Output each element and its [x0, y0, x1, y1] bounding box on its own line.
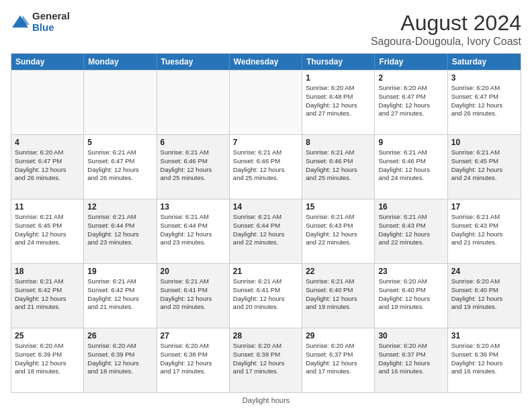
cal-row-1: 4Sunrise: 6:20 AM Sunset: 6:47 PM Daylig… — [11, 134, 521, 199]
cal-cell-3-4: 22Sunrise: 6:21 AM Sunset: 6:40 PM Dayli… — [302, 264, 375, 328]
day-number-2-6: 17 — [451, 202, 517, 212]
day-number-1-6: 10 — [451, 138, 517, 147]
cal-row-4: 25Sunrise: 6:20 AM Sunset: 6:39 PM Dayli… — [11, 328, 521, 392]
cal-cell-1-6: 10Sunrise: 6:21 AM Sunset: 6:45 PM Dayli… — [448, 135, 521, 199]
cal-cell-0-4: 1Sunrise: 6:20 AM Sunset: 6:48 PM Daylig… — [302, 71, 375, 134]
day-info-1-4: Sunrise: 6:21 AM Sunset: 6:46 PM Dayligh… — [306, 148, 371, 183]
cal-cell-3-5: 23Sunrise: 6:20 AM Sunset: 6:40 PM Dayli… — [375, 264, 447, 328]
cal-cell-4-5: 30Sunrise: 6:20 AM Sunset: 6:37 PM Dayli… — [375, 328, 447, 392]
day-info-4-4: Sunrise: 6:20 AM Sunset: 6:37 PM Dayligh… — [306, 342, 371, 376]
calendar: Sunday Monday Tuesday Wednesday Thursday… — [11, 53, 521, 393]
header-wednesday: Wednesday — [230, 54, 302, 70]
cal-cell-1-2: 6Sunrise: 6:21 AM Sunset: 6:46 PM Daylig… — [157, 135, 230, 199]
title-section: August 2024 Sagoura-Dougoula, Ivory Coas… — [371, 11, 521, 48]
day-info-1-5: Sunrise: 6:21 AM Sunset: 6:46 PM Dayligh… — [378, 148, 443, 183]
day-info-4-2: Sunrise: 6:20 AM Sunset: 6:38 PM Dayligh… — [161, 342, 226, 376]
day-info-2-5: Sunrise: 6:21 AM Sunset: 6:43 PM Dayligh… — [378, 213, 443, 247]
day-info-0-4: Sunrise: 6:20 AM Sunset: 6:48 PM Dayligh… — [306, 84, 371, 118]
day-info-3-3: Sunrise: 6:21 AM Sunset: 6:41 PM Dayligh… — [233, 277, 298, 312]
day-info-1-2: Sunrise: 6:21 AM Sunset: 6:46 PM Dayligh… — [161, 148, 226, 183]
header-monday: Monday — [84, 54, 157, 70]
day-info-0-6: Sunrise: 6:20 AM Sunset: 6:47 PM Dayligh… — [451, 84, 517, 118]
day-info-2-4: Sunrise: 6:21 AM Sunset: 6:43 PM Dayligh… — [306, 213, 371, 247]
footer-text: Daylight hours — [242, 396, 290, 404]
day-number-4-1: 26 — [87, 331, 152, 340]
day-number-0-4: 1 — [306, 73, 371, 83]
day-info-1-1: Sunrise: 6:21 AM Sunset: 6:47 PM Dayligh… — [87, 148, 152, 183]
header-saturday: Saturday — [448, 54, 521, 70]
day-number-1-4: 8 — [306, 138, 371, 147]
header-sunday: Sunday — [11, 54, 84, 70]
cal-cell-0-0 — [11, 71, 84, 134]
cal-cell-4-6: 31Sunrise: 6:20 AM Sunset: 6:36 PM Dayli… — [448, 328, 521, 392]
day-info-0-5: Sunrise: 6:20 AM Sunset: 6:47 PM Dayligh… — [378, 84, 443, 118]
cal-cell-0-5: 2Sunrise: 6:20 AM Sunset: 6:47 PM Daylig… — [375, 71, 447, 134]
calendar-header: Sunday Monday Tuesday Wednesday Thursday… — [11, 54, 521, 70]
day-number-1-0: 4 — [15, 138, 80, 147]
day-number-2-3: 14 — [233, 202, 298, 212]
day-number-3-0: 18 — [15, 267, 80, 276]
day-info-1-3: Sunrise: 6:21 AM Sunset: 6:46 PM Dayligh… — [233, 148, 298, 183]
cal-cell-3-2: 20Sunrise: 6:21 AM Sunset: 6:41 PM Dayli… — [157, 264, 230, 328]
cal-cell-1-4: 8Sunrise: 6:21 AM Sunset: 6:46 PM Daylig… — [302, 135, 375, 199]
cal-cell-3-3: 21Sunrise: 6:21 AM Sunset: 6:41 PM Dayli… — [230, 264, 302, 328]
cal-cell-1-0: 4Sunrise: 6:20 AM Sunset: 6:47 PM Daylig… — [11, 135, 84, 199]
logo-text: General Blue — [32, 11, 70, 33]
day-number-2-5: 16 — [378, 202, 443, 212]
day-info-2-1: Sunrise: 6:21 AM Sunset: 6:44 PM Dayligh… — [87, 213, 152, 247]
cal-cell-4-2: 27Sunrise: 6:20 AM Sunset: 6:38 PM Dayli… — [157, 328, 230, 392]
header-friday: Friday — [375, 54, 447, 70]
cal-cell-2-4: 15Sunrise: 6:21 AM Sunset: 6:43 PM Dayli… — [302, 199, 375, 263]
day-info-1-0: Sunrise: 6:20 AM Sunset: 6:47 PM Dayligh… — [15, 148, 80, 183]
cal-cell-4-4: 29Sunrise: 6:20 AM Sunset: 6:37 PM Dayli… — [302, 328, 375, 392]
cal-cell-0-6: 3Sunrise: 6:20 AM Sunset: 6:47 PM Daylig… — [448, 71, 521, 134]
day-number-3-1: 19 — [87, 267, 152, 276]
day-number-1-1: 5 — [87, 138, 152, 147]
cal-row-2: 11Sunrise: 6:21 AM Sunset: 6:45 PM Dayli… — [11, 199, 521, 263]
day-info-2-2: Sunrise: 6:21 AM Sunset: 6:44 PM Dayligh… — [161, 213, 226, 247]
day-number-0-6: 3 — [451, 73, 517, 83]
day-number-2-0: 11 — [15, 202, 80, 212]
cal-cell-3-1: 19Sunrise: 6:21 AM Sunset: 6:42 PM Dayli… — [84, 264, 157, 328]
logo-general-text: General — [32, 11, 70, 22]
day-number-1-2: 6 — [161, 138, 226, 147]
cal-cell-0-2 — [157, 71, 230, 134]
day-number-2-1: 12 — [87, 202, 152, 212]
day-number-3-4: 22 — [306, 267, 371, 276]
header-tuesday: Tuesday — [157, 54, 230, 70]
day-info-4-6: Sunrise: 6:20 AM Sunset: 6:36 PM Dayligh… — [451, 342, 517, 376]
svg-marker-1 — [20, 15, 30, 25]
calendar-body: 1Sunrise: 6:20 AM Sunset: 6:48 PM Daylig… — [11, 70, 521, 392]
day-number-4-6: 31 — [451, 331, 517, 340]
cal-cell-0-1 — [84, 71, 157, 134]
page: General Blue August 2024 Sagoura-Dougoul… — [0, 0, 532, 411]
day-number-1-5: 9 — [378, 138, 443, 147]
cal-cell-2-1: 12Sunrise: 6:21 AM Sunset: 6:44 PM Dayli… — [84, 199, 157, 263]
day-info-4-1: Sunrise: 6:20 AM Sunset: 6:39 PM Dayligh… — [87, 342, 152, 376]
cal-cell-2-0: 11Sunrise: 6:21 AM Sunset: 6:45 PM Dayli… — [11, 199, 84, 263]
cal-row-0: 1Sunrise: 6:20 AM Sunset: 6:48 PM Daylig… — [11, 70, 521, 134]
day-number-2-2: 13 — [161, 202, 226, 212]
cal-cell-1-5: 9Sunrise: 6:21 AM Sunset: 6:46 PM Daylig… — [375, 135, 447, 199]
day-number-1-3: 7 — [233, 138, 298, 147]
month-title: August 2024 — [371, 11, 521, 36]
cal-cell-2-2: 13Sunrise: 6:21 AM Sunset: 6:44 PM Dayli… — [157, 199, 230, 263]
day-number-0-5: 2 — [378, 73, 443, 83]
day-number-3-5: 23 — [378, 267, 443, 276]
day-info-4-0: Sunrise: 6:20 AM Sunset: 6:39 PM Dayligh… — [15, 342, 80, 376]
day-info-2-6: Sunrise: 6:21 AM Sunset: 6:43 PM Dayligh… — [451, 213, 517, 247]
cal-cell-4-1: 26Sunrise: 6:20 AM Sunset: 6:39 PM Dayli… — [84, 328, 157, 392]
day-info-1-6: Sunrise: 6:21 AM Sunset: 6:45 PM Dayligh… — [451, 148, 517, 183]
header-thursday: Thursday — [302, 54, 375, 70]
cal-row-3: 18Sunrise: 6:21 AM Sunset: 6:42 PM Dayli… — [11, 263, 521, 328]
cal-cell-1-3: 7Sunrise: 6:21 AM Sunset: 6:46 PM Daylig… — [230, 135, 302, 199]
cal-cell-2-5: 16Sunrise: 6:21 AM Sunset: 6:43 PM Dayli… — [375, 199, 447, 263]
cal-cell-3-0: 18Sunrise: 6:21 AM Sunset: 6:42 PM Dayli… — [11, 264, 84, 328]
location-title: Sagoura-Dougoula, Ivory Coast — [371, 36, 521, 48]
day-info-4-3: Sunrise: 6:20 AM Sunset: 6:38 PM Dayligh… — [233, 342, 298, 376]
cal-cell-0-3 — [230, 71, 302, 134]
cal-cell-2-3: 14Sunrise: 6:21 AM Sunset: 6:44 PM Dayli… — [230, 199, 302, 263]
logo: General Blue — [11, 11, 70, 33]
day-info-3-5: Sunrise: 6:20 AM Sunset: 6:40 PM Dayligh… — [378, 277, 443, 312]
day-info-2-3: Sunrise: 6:21 AM Sunset: 6:44 PM Dayligh… — [233, 213, 298, 247]
